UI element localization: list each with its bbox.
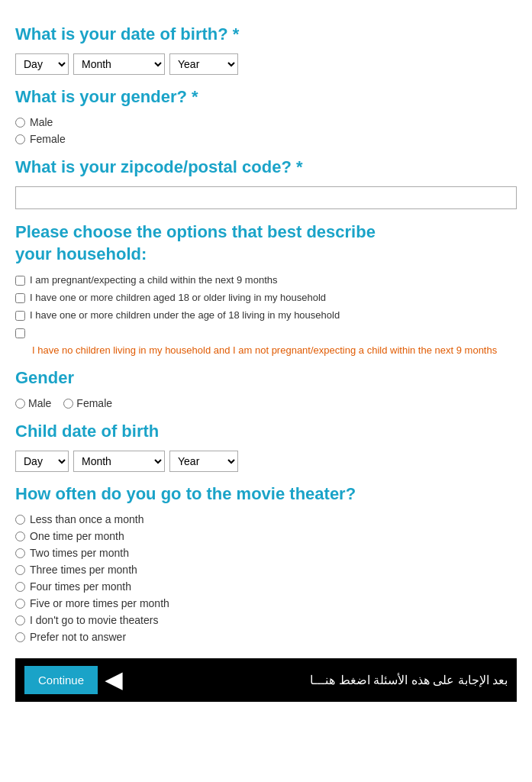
movie-radio-7[interactable] bbox=[15, 632, 25, 642]
arabic-instructions: بعد الإجابة على هذه الأسئلة اضغط هنـــا bbox=[130, 673, 508, 687]
household-last-option-text: I have no children living in my househol… bbox=[32, 344, 517, 356]
gender-female-text: Female bbox=[30, 133, 66, 145]
zipcode-question: What is your zipcode/postal code? * bbox=[15, 157, 517, 177]
gender-male-label[interactable]: Male bbox=[15, 116, 517, 128]
household-option-0-text: I am pregnant/expecting a child within t… bbox=[30, 274, 277, 286]
movie-theater-radio-group: Less than once a month One time per mont… bbox=[15, 513, 517, 643]
child-gender-female-text: Female bbox=[76, 397, 112, 409]
movie-radio-1[interactable] bbox=[15, 532, 25, 541]
movie-radio-0[interactable] bbox=[15, 515, 25, 525]
child-dob-row: Day 12345 678910 1112131415 1617181920 2… bbox=[15, 451, 517, 472]
movie-option-7[interactable]: Prefer not to answer bbox=[15, 631, 517, 643]
movie-option-3[interactable]: Three times per month bbox=[15, 564, 517, 576]
dob-day-select[interactable]: Day 12345 678910 1112131415 1617181920 2… bbox=[15, 53, 69, 75]
movie-radio-6[interactable] bbox=[15, 616, 25, 625]
household-checkbox-3[interactable] bbox=[15, 328, 25, 338]
continue-button[interactable]: Continue bbox=[24, 666, 98, 694]
household-option-1: I have one or more children aged 18 or o… bbox=[15, 292, 517, 303]
movie-option-0-text: Less than once a month bbox=[30, 513, 143, 525]
dob-row: Day 12345 678910 1112131415 1617181920 2… bbox=[15, 53, 517, 75]
movie-option-0[interactable]: Less than once a month bbox=[15, 513, 517, 525]
household-option-0: I am pregnant/expecting a child within t… bbox=[15, 274, 517, 286]
gender-female-radio[interactable] bbox=[15, 134, 25, 144]
movie-option-2[interactable]: Two times per month bbox=[15, 547, 517, 559]
movie-option-1-text: One time per month bbox=[30, 530, 124, 542]
movie-radio-5[interactable] bbox=[15, 599, 25, 609]
household-checkbox-0[interactable] bbox=[15, 276, 25, 286]
child-gender-male-label[interactable]: Male bbox=[15, 397, 51, 409]
movie-option-1[interactable]: One time per month bbox=[15, 530, 517, 542]
household-checkbox-2[interactable] bbox=[15, 311, 25, 321]
gender-male-text: Male bbox=[30, 116, 53, 128]
child-gender-inline-group: Male Female bbox=[15, 397, 517, 409]
child-dob-day-select[interactable]: Day 12345 678910 1112131415 1617181920 2… bbox=[15, 451, 69, 472]
household-option-1-text: I have one or more children aged 18 or o… bbox=[30, 292, 326, 303]
child-gender-female-label[interactable]: Female bbox=[63, 397, 112, 409]
movie-option-6[interactable]: I don't go to movie theaters bbox=[15, 614, 517, 626]
movie-option-6-text: I don't go to movie theaters bbox=[30, 614, 158, 626]
movie-radio-4[interactable] bbox=[15, 582, 25, 592]
movie-option-5[interactable]: Five or more times per month bbox=[15, 597, 517, 609]
movie-theater-question: How often do you go to the movie theater… bbox=[15, 484, 517, 504]
child-gender-title: Gender bbox=[15, 368, 517, 388]
household-option-3 bbox=[15, 327, 517, 338]
child-dob-month-select[interactable]: Month JanuaryFebruaryMarchApril MayJuneJ… bbox=[73, 451, 165, 472]
movie-radio-3[interactable] bbox=[15, 565, 25, 575]
child-gender-male-radio[interactable] bbox=[15, 399, 25, 409]
child-gender-male-text: Male bbox=[28, 397, 51, 409]
movie-option-4[interactable]: Four times per month bbox=[15, 580, 517, 593]
dob-year-select[interactable]: Year 2024202320222021 2020201020001990 1… bbox=[169, 53, 238, 75]
dob-month-select[interactable]: Month JanuaryFebruaryMarchApril MayJuneJ… bbox=[73, 53, 165, 75]
dob-question: What is your date of birth? * bbox=[15, 24, 517, 44]
household-checkbox-1[interactable] bbox=[15, 293, 25, 303]
arrow-icon: ◀ bbox=[105, 667, 122, 693]
child-dob-title: Child date of birth bbox=[15, 422, 517, 441]
household-option-2-text: I have one or more children under the ag… bbox=[30, 309, 340, 321]
child-gender-female-radio[interactable] bbox=[63, 399, 73, 409]
movie-option-4-text: Four times per month bbox=[30, 580, 131, 593]
movie-option-2-text: Two times per month bbox=[30, 547, 129, 559]
household-title: Please choose the options that best desc… bbox=[15, 221, 517, 265]
gender-male-radio[interactable] bbox=[15, 118, 25, 128]
movie-radio-2[interactable] bbox=[15, 548, 25, 558]
gender-female-label[interactable]: Female bbox=[15, 133, 517, 145]
zipcode-input[interactable] bbox=[15, 186, 517, 209]
movie-option-7-text: Prefer not to answer bbox=[30, 631, 126, 643]
movie-option-5-text: Five or more times per month bbox=[30, 597, 169, 609]
child-dob-year-select[interactable]: Year 2024202320222021 2020201020001990 1… bbox=[169, 451, 238, 472]
gender-question: What is your gender? * bbox=[15, 87, 517, 107]
footer-bar: Continue ◀ بعد الإجابة على هذه الأسئلة ا… bbox=[15, 658, 517, 702]
household-option-2: I have one or more children under the ag… bbox=[15, 309, 517, 321]
movie-option-3-text: Three times per month bbox=[30, 564, 137, 576]
gender-radio-group: Male Female bbox=[15, 116, 517, 145]
